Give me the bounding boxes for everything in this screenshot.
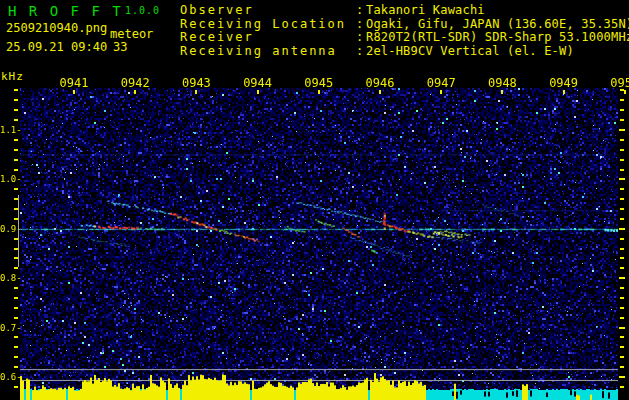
freq-minor-tick-right [620, 238, 624, 240]
datetime-label: 25.09.21 09:40 [6, 40, 107, 54]
app-version: 1.0.0 [125, 5, 160, 16]
info-row-observer: Observer:Takanori Kawachi [180, 4, 629, 18]
freq-label: 0.8- [0, 273, 21, 283]
y-axis-unit: kHz [1, 70, 24, 83]
info-label: Receiving Location [180, 18, 356, 32]
freq-minor-tick-left [14, 159, 18, 161]
freq-label: 1.0- [0, 174, 21, 184]
freq-major-tick-right [619, 376, 625, 378]
minute-tick [440, 90, 442, 94]
freq-minor-tick-right [620, 386, 624, 388]
freq-minor-tick-left [14, 317, 18, 319]
info-separator: : [356, 18, 366, 32]
freq-major-tick-right [619, 228, 625, 230]
minute-tick [624, 90, 626, 94]
freq-minor-tick-left [14, 188, 18, 190]
time-label: 0943 [174, 76, 218, 90]
freq-minor-tick-left [14, 99, 18, 101]
info-separator: : [356, 4, 366, 18]
freq-minor-tick-right [620, 99, 624, 101]
freq-minor-tick-right [620, 208, 624, 210]
freq-minor-tick-left [14, 307, 18, 309]
minute-tick [501, 90, 503, 94]
app-title: H R O F F T [8, 3, 123, 19]
freq-minor-tick-left [14, 119, 18, 121]
time-label: 0948 [480, 76, 524, 90]
freq-minor-tick-left [14, 267, 18, 269]
minute-tick [257, 90, 259, 94]
freq-minor-tick-right [620, 109, 624, 111]
mode-label: meteor [110, 27, 153, 41]
freq-minor-tick-right [620, 218, 624, 220]
freq-major-tick-right [619, 129, 625, 131]
freq-minor-tick-right [620, 257, 624, 259]
time-label: 0945 [297, 76, 341, 90]
freq-minor-tick-right [620, 119, 624, 121]
info-label: Observer [180, 4, 356, 18]
freq-major-tick-right [619, 178, 625, 180]
freq-minor-tick-right [620, 149, 624, 151]
freq-minor-tick-right [620, 356, 624, 358]
freq-minor-tick-right [620, 317, 624, 319]
freq-minor-tick-right [620, 287, 624, 289]
freq-label: 0.6- [0, 372, 21, 382]
spectrogram-canvas [20, 88, 618, 400]
freq-major-tick-right [619, 277, 625, 279]
freq-minor-tick-left [14, 109, 18, 111]
freq-minor-tick-right [620, 307, 624, 309]
freq-minor-tick-left [14, 169, 18, 171]
freq-minor-tick-left [14, 287, 18, 289]
info-row-receiver: Receiver:R820T2(RTL-SDR) SDR-Sharp 53.10… [180, 31, 629, 45]
freq-minor-tick-left [14, 356, 18, 358]
freq-minor-tick-left [14, 336, 18, 338]
freq-minor-tick-right [620, 169, 624, 171]
time-label: 0941 [52, 76, 96, 90]
freq-minor-tick-right [620, 346, 624, 348]
station-info: Observer:Takanori Kawachi Receiving Loca… [180, 4, 629, 58]
minute-tick [563, 90, 565, 94]
info-value: R820T2(RTL-SDR) SDR-Sharp 53.1000MHz [366, 31, 629, 45]
meteor-count: 33 [113, 40, 127, 54]
time-label: 0944 [236, 76, 280, 90]
minute-tick [195, 90, 197, 94]
minute-tick [379, 90, 381, 94]
freq-label: 0.7- [0, 323, 21, 333]
freq-minor-tick-left [14, 89, 18, 91]
output-filename: 2509210940.png [6, 21, 107, 35]
freq-minor-tick-right [620, 89, 624, 91]
info-label: Receiving antenna [180, 45, 356, 59]
freq-major-tick-right [619, 327, 625, 329]
info-value: Takanori Kawachi [366, 4, 485, 18]
freq-minor-tick-right [620, 366, 624, 368]
minute-tick [134, 90, 136, 94]
info-separator: : [356, 31, 366, 45]
freq-minor-tick-left [14, 346, 18, 348]
freq-minor-tick-left [14, 139, 18, 141]
time-label: 0947 [419, 76, 463, 90]
minute-tick [73, 90, 75, 94]
time-label: 0949 [542, 76, 586, 90]
info-value: 2el-HB9CV Vertical (el. E-W) [366, 45, 574, 59]
freq-minor-tick-right [620, 336, 624, 338]
freq-minor-tick-right [620, 198, 624, 200]
info-row-location: Receiving Location:Ogaki, Gifu, JAPAN (1… [180, 18, 629, 32]
freq-minor-tick-left [14, 297, 18, 299]
freq-label: 1.1- [0, 125, 21, 135]
freq-minor-tick-right [620, 297, 624, 299]
time-label: 0946 [358, 76, 402, 90]
freq-minor-tick-right [620, 267, 624, 269]
freq-minor-tick-left [14, 366, 18, 368]
freq-minor-tick-left [14, 149, 18, 151]
freq-minor-tick-right [620, 248, 624, 250]
info-separator: : [356, 45, 366, 59]
info-label: Receiver [180, 31, 356, 45]
minute-tick [318, 90, 320, 94]
freq-minor-tick-right [620, 188, 624, 190]
freq-minor-tick-left [14, 386, 18, 388]
time-label: 0950 [603, 76, 629, 90]
info-row-antenna: Receiving antenna:2el-HB9CV Vertical (el… [180, 45, 629, 59]
freq-minor-tick-right [620, 159, 624, 161]
freq-minor-tick-right [620, 139, 624, 141]
time-label: 0942 [113, 76, 157, 90]
band-marker-line [18, 195, 19, 267]
